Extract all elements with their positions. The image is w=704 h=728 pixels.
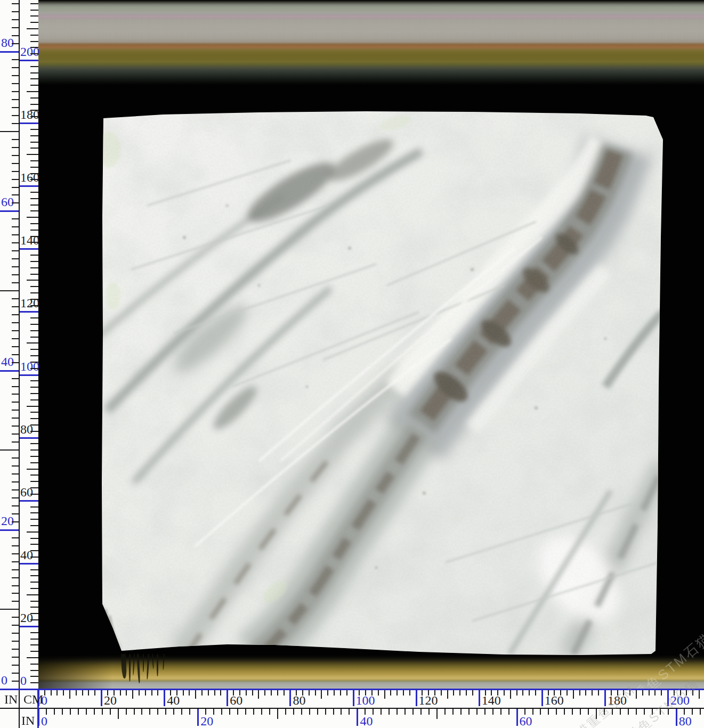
mid-tick xyxy=(27,657,38,658)
tick xyxy=(642,690,643,696)
tick xyxy=(560,690,561,696)
vertical-ruler-cm: 020406080100120140160180200 xyxy=(19,0,38,690)
mid-tick xyxy=(0,131,19,132)
major-tick xyxy=(19,248,38,250)
ruler-number: 200 xyxy=(670,694,690,707)
tick xyxy=(12,426,19,427)
tick xyxy=(126,709,127,715)
tick xyxy=(12,43,19,44)
tick xyxy=(120,690,121,696)
major-tick xyxy=(164,690,165,706)
major-tick xyxy=(353,690,354,706)
tick xyxy=(564,709,565,715)
tick xyxy=(30,506,38,508)
tick xyxy=(30,78,38,79)
tick xyxy=(30,456,38,457)
tick xyxy=(30,230,38,231)
tick xyxy=(12,537,19,538)
tick xyxy=(30,449,38,451)
tick xyxy=(30,148,38,149)
tick xyxy=(78,709,79,715)
tick xyxy=(516,690,517,696)
tick xyxy=(30,97,38,99)
tick xyxy=(114,690,115,696)
tick xyxy=(54,709,55,715)
ruler-number: 160 xyxy=(545,694,564,707)
fringe-streak xyxy=(129,654,131,682)
tick xyxy=(139,690,140,696)
tick xyxy=(504,690,505,696)
tick xyxy=(253,709,254,715)
tick xyxy=(497,690,498,696)
tick xyxy=(12,123,19,124)
tick xyxy=(12,234,19,235)
tick xyxy=(12,250,19,251)
ruler-number: 80 xyxy=(679,715,692,727)
tick xyxy=(30,544,38,545)
mid-tick xyxy=(596,709,597,719)
tick xyxy=(396,690,398,696)
tick xyxy=(269,709,270,715)
tick xyxy=(12,11,19,12)
mid-tick xyxy=(195,690,196,699)
ruler-number: 180 xyxy=(608,694,627,707)
tick xyxy=(94,709,95,715)
tick xyxy=(434,690,435,696)
tick xyxy=(56,690,58,696)
tick xyxy=(12,681,19,682)
tick xyxy=(134,709,135,715)
tick xyxy=(176,690,177,696)
tick xyxy=(189,709,190,715)
tick xyxy=(213,709,214,715)
major-tick xyxy=(416,690,417,706)
tick xyxy=(30,305,38,306)
tick xyxy=(107,690,108,696)
tick xyxy=(12,601,19,602)
tick xyxy=(452,709,454,715)
major-tick xyxy=(226,690,228,706)
tick xyxy=(12,505,19,506)
unit-label-in: IN xyxy=(4,692,18,707)
major-tick xyxy=(0,529,19,531)
tick xyxy=(86,709,87,715)
tick xyxy=(684,709,685,715)
tick xyxy=(30,525,38,526)
mid-tick xyxy=(573,690,574,699)
major-tick xyxy=(289,690,291,706)
tick xyxy=(535,690,536,696)
major-tick xyxy=(19,60,38,61)
tick xyxy=(453,690,454,696)
tick xyxy=(30,198,38,199)
tick xyxy=(403,690,404,696)
tick xyxy=(88,690,89,696)
mid-tick xyxy=(27,406,38,407)
tick xyxy=(30,299,38,300)
tick xyxy=(12,27,19,28)
major-tick xyxy=(604,690,606,706)
major-tick xyxy=(101,690,102,706)
tick xyxy=(30,255,38,256)
tick xyxy=(30,487,38,488)
tick xyxy=(30,160,38,161)
tick xyxy=(277,690,278,696)
tick xyxy=(30,481,38,482)
tick xyxy=(12,553,19,554)
tick xyxy=(12,282,19,283)
tick xyxy=(12,274,19,275)
mid-tick xyxy=(436,709,438,719)
tick xyxy=(302,690,303,696)
tick xyxy=(293,709,294,715)
tick xyxy=(524,709,525,715)
tick xyxy=(611,690,612,696)
tick xyxy=(30,639,38,640)
tick xyxy=(30,317,38,318)
tick xyxy=(12,115,19,116)
tick xyxy=(491,690,492,696)
ruler-number: 60 xyxy=(230,694,242,707)
tick xyxy=(12,194,19,195)
tick xyxy=(239,690,240,696)
tick xyxy=(12,673,19,674)
tick xyxy=(12,330,19,331)
mid-tick xyxy=(0,290,19,291)
tick xyxy=(378,690,379,696)
